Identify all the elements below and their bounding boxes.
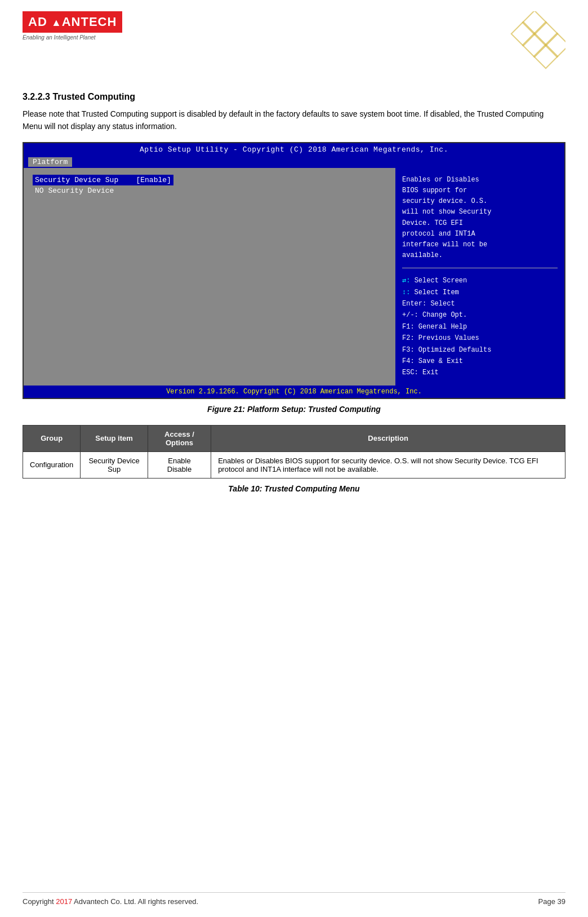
svg-rect-3 (523, 33, 546, 57)
bios-right-panel: Enables or Disables BIOS support for sec… (395, 168, 564, 386)
diamond-decoration (498, 11, 565, 81)
bios-platform-tab: Platform (28, 157, 72, 167)
table-row: Configuration Security Device Sup Enable… (23, 451, 565, 478)
logo-area: AD ▲ANTECH Enabling an Intelligent Plane… (23, 11, 122, 41)
bios-key-enter: Enter: Select (402, 298, 558, 309)
bios-divider (402, 268, 558, 268)
bios-key-f1: F1: General Help (402, 321, 558, 333)
bios-key-f2: F2: Previous Values (402, 333, 558, 344)
logo-vantech: ▲ANTECH (47, 15, 117, 29)
page-header: AD ▲ANTECH Enabling an Intelligent Plane… (23, 11, 565, 81)
bios-title-bar: Aptio Setup Utility - Copyright (C) 2018… (24, 143, 564, 156)
col-header-setup-item: Setup item (81, 425, 148, 451)
svg-rect-2 (511, 22, 535, 46)
bios-row-no-security: NO Security Device (33, 185, 386, 196)
table-caption: Table 10: Trusted Computing Menu (23, 484, 565, 493)
section-heading: 3.2.2.3 Trusted Computing (23, 92, 565, 102)
bios-menu-bar: Platform (24, 156, 564, 168)
footer-page-number: Page 39 (538, 897, 565, 906)
footer-year: 2017 (56, 897, 72, 906)
svg-rect-1 (534, 22, 558, 46)
svg-rect-0 (523, 11, 546, 34)
footer-rest-text: Advantech Co. Ltd. All rights reserved. (74, 897, 198, 906)
bios-left-panel: Security Device Sup [Enable] NO Security… (24, 168, 395, 386)
cell-group: Configuration (23, 451, 81, 478)
table-header-row: Group Setup item Access / Options Descri… (23, 425, 565, 451)
footer-copyright: Copyright 2017 Advantech Co. Ltd. All ri… (23, 897, 198, 906)
bios-key-f3: F3: Optimized Defaults (402, 344, 558, 356)
bios-bottom-bar: Version 2.19.1266. Copyright (C) 2018 Am… (24, 386, 564, 398)
col-header-description: Description (211, 425, 565, 451)
bios-key-change: +/-: Change Opt. (402, 309, 558, 321)
bios-row-security-device: Security Device Sup [Enable] (33, 175, 173, 185)
bios-help-text: Enables or Disables BIOS support for sec… (402, 175, 558, 262)
bios-key-esc: ESC: Exit (402, 367, 558, 378)
advantech-logo: AD ▲ANTECH (23, 11, 122, 33)
page-footer: Copyright 2017 Advantech Co. Ltd. All ri… (23, 892, 565, 906)
logo-ad: AD (28, 15, 47, 29)
bios-keys: ⇄: Select Screen ↕: Select Item Enter: S… (402, 275, 558, 379)
figure-caption: Figure 21: Platform Setup: Trusted Compu… (23, 405, 565, 414)
col-header-access: Access / Options (148, 425, 211, 451)
section-number: 3.2.2.3 (23, 92, 50, 101)
cell-description: Enables or Disables BIOS support for sec… (211, 451, 565, 478)
config-table: Group Setup item Access / Options Descri… (23, 425, 565, 479)
section-title: Trusted Computing (52, 92, 135, 101)
bios-key-select-item: ↕: Select Item (402, 287, 558, 298)
bios-content: Security Device Sup [Enable] NO Security… (24, 168, 564, 386)
bios-key-f4: F4: Save & Exit (402, 356, 558, 367)
logo-tagline: Enabling an Intelligent Planet (23, 34, 122, 41)
bios-screenshot: Aptio Setup Utility - Copyright (C) 2018… (23, 142, 565, 399)
footer-copyright-text: Copyright (23, 897, 54, 906)
cell-setup-item: Security Device Sup (81, 451, 148, 478)
bios-key-select-screen: ⇄: Select Screen (402, 275, 558, 286)
cell-access-options: EnableDisable (148, 451, 211, 478)
col-header-group: Group (23, 425, 81, 451)
section-body: Please note that Trusted Computing suppo… (23, 108, 565, 133)
svg-rect-4 (534, 45, 558, 68)
